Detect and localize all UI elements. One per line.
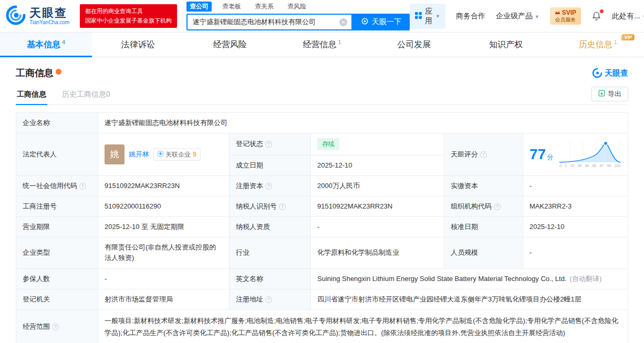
- tianyancha-logo[interactable]: 天眼查 TianYanCha.com: [5, 5, 80, 28]
- enterprise-products-link[interactable]: 企业级产品 ▼: [496, 12, 539, 21]
- related-companies-icon: [158, 150, 163, 160]
- main-content: 工商信息 天眼查 工商信息 历史工商信息0 导出 企业名称 遂宁盛新锂能固态电池…: [0, 57, 644, 343]
- info-icon[interactable]: [79, 183, 86, 190]
- slogan-line-2: 国家中小企业发展子基金旗下机构: [85, 16, 172, 26]
- export-label: 导出: [608, 89, 621, 99]
- search-tab-risk[interactable]: 查风险: [284, 2, 309, 12]
- subtab-business-info[interactable]: 工商信息: [16, 90, 47, 105]
- tab-label: 经营风险: [213, 39, 247, 50]
- table-row: 企业类型 有限责任公司(非自然人投资或控股的法人独资) 行业 化学原料和化学制品…: [16, 237, 628, 268]
- field-label: 实缴资本: [444, 175, 523, 196]
- taxpayer-quality-value: -: [311, 217, 444, 237]
- avatar[interactable]: 姚: [105, 144, 124, 164]
- search-input-wrap: ✕: [186, 14, 352, 30]
- info-icon[interactable]: [279, 203, 286, 210]
- reg-number-value: 510922000116290: [98, 196, 230, 217]
- info-icon[interactable]: [494, 203, 501, 210]
- legal-rep-cell: 姚 姚开林 关联企业 9: [98, 133, 230, 176]
- legal-rep-link[interactable]: 姚开林: [129, 149, 149, 160]
- staff-size-value: -: [523, 237, 628, 268]
- tab-company-development[interactable]: 公司发展: [368, 33, 460, 57]
- search-tab-boss[interactable]: 查老板: [219, 2, 244, 12]
- svip-sublabel: 会员服务: [555, 17, 576, 24]
- table-row: 企业名称 遂宁盛新锂能固态电池材料科技有限公司: [16, 113, 628, 133]
- subtab-history-business-info[interactable]: 历史工商信息0: [61, 90, 111, 105]
- tab-label: 知识产权: [489, 39, 523, 50]
- tab-label: 公司发展: [397, 39, 431, 50]
- hot-dot-icon: [56, 69, 61, 75]
- field-label: 人员规模: [444, 237, 523, 268]
- search-button-label: 天眼一下: [372, 17, 401, 27]
- field-label: 天眼评分: [444, 133, 523, 176]
- tab-basic-info[interactable]: 基本信息4: [0, 33, 92, 57]
- vip-badge: VIP: [621, 34, 635, 40]
- tab-label: 法律诉讼: [121, 39, 155, 50]
- field-label: 注册资本: [230, 175, 311, 196]
- company-type-value: 有限责任公司(非自然人投资或控股的法人独资): [98, 237, 230, 268]
- business-cooperation-link[interactable]: 商务合作: [456, 12, 485, 21]
- field-label: 登记状态: [230, 133, 311, 155]
- table-row: 登记机关 射洪市市场监督管理局 注册地址 四川省遂宁市射洪市经开区锂电产业园经锂…: [16, 289, 628, 309]
- related-companies-badge[interactable]: 关联企业 9: [153, 148, 201, 161]
- brand-domain: TianYanCha.com: [29, 19, 69, 25]
- field-label: 成立日期: [230, 155, 311, 175]
- tab-label: 经营信息: [303, 39, 336, 50]
- field-label: 工商注册号: [16, 196, 98, 217]
- field-label: 英文名称: [230, 268, 311, 289]
- user-menu-label: 此处有...: [612, 12, 640, 20]
- brand-name: 天眼查: [29, 7, 69, 19]
- apps-menu[interactable]: 应用 ▼: [410, 4, 445, 29]
- reg-capital-value: 2000万人民币: [311, 175, 444, 196]
- credit-code-value: 91510922MAK23RR23N: [98, 175, 230, 196]
- search-tab-relation[interactable]: 查关系: [252, 2, 277, 12]
- top-header: 天眼查 TianYanCha.com 都在用的商业查询工具 国家中小企业发展子基…: [0, 0, 644, 33]
- field-label: 企业类型: [16, 237, 98, 268]
- score-value: 77分: [529, 147, 553, 162]
- field-label: 企业名称: [16, 113, 98, 133]
- tab-intellectual-property[interactable]: 知识产权: [460, 33, 552, 57]
- top-right-nav: 应用 ▼ 商务合作 企业级产品 ▼ SVIP 会员服务 此处有... ▼: [410, 4, 644, 29]
- tab-history-info[interactable]: 历史信息1 VIP: [552, 33, 644, 57]
- crown-icon: [555, 9, 560, 17]
- tab-count: 1: [614, 39, 617, 45]
- search-area: 查公司 查老板 查关系 查风险 ✕ 天眼一下: [186, 2, 410, 30]
- info-icon[interactable]: [265, 141, 272, 148]
- tab-count: 1: [338, 39, 341, 45]
- apps-grid-icon: [415, 12, 422, 20]
- table-row: 营业期限 2025-12-10 至 无固定期限 纳税人资质 - 核准日期 202…: [16, 217, 628, 237]
- tab-legal-litigation[interactable]: 法律诉讼: [92, 33, 184, 57]
- taxpayer-id-value: 91510922MAK23RR23N: [311, 196, 444, 217]
- info-icon[interactable]: [480, 151, 487, 158]
- related-companies-label: 关联企业: [165, 150, 191, 160]
- tianyancha-logo-icon: [5, 5, 26, 28]
- field-label: 登记机关: [16, 289, 98, 309]
- auto-translate-note: (自动翻译): [570, 275, 602, 283]
- svip-membership-button[interactable]: SVIP 会员服务: [550, 7, 581, 25]
- search-input[interactable]: [188, 15, 351, 29]
- notification-bell-icon[interactable]: [591, 11, 601, 21]
- table-row: 参保人数 - 英文名称 Suining Shengxin Lithium Ene…: [16, 268, 628, 289]
- paid-capital-value: -: [523, 175, 628, 196]
- tab-operation-risk[interactable]: 经营风险: [184, 33, 276, 57]
- info-icon[interactable]: [265, 183, 272, 190]
- user-menu[interactable]: 此处有... ▼: [612, 12, 644, 21]
- industry-value: 化学原料和化学制品制造业: [311, 237, 444, 268]
- org-code-value: MAK23RR2-3: [523, 196, 628, 217]
- chevron-down-icon: ▼: [535, 14, 539, 19]
- score-distribution-chart: 01153560859799100: [558, 140, 621, 169]
- clear-search-icon[interactable]: ✕: [339, 18, 347, 26]
- business-term-value: 2025-12-10 至 无固定期限: [98, 217, 230, 237]
- watermark-label: 天眼查: [605, 68, 628, 78]
- info-icon[interactable]: [265, 296, 272, 303]
- establish-date-value: 2025-12-10: [311, 155, 444, 175]
- search-tab-company[interactable]: 查公司: [186, 2, 212, 12]
- table-row: 统一社会信用代码 91510922MAK23RR23N 注册资本 2000万人民…: [16, 175, 628, 196]
- search-button[interactable]: 天眼一下: [352, 14, 410, 30]
- export-button[interactable]: 导出: [591, 87, 628, 101]
- tab-operation-info[interactable]: 经营信息1: [276, 33, 368, 57]
- approval-date-value: 2025-12-10: [523, 217, 628, 237]
- field-label: 纳税人识别号: [230, 196, 311, 217]
- tab-count: 4: [62, 39, 65, 45]
- info-icon[interactable]: [52, 324, 59, 330]
- related-companies-count: 9: [193, 150, 196, 160]
